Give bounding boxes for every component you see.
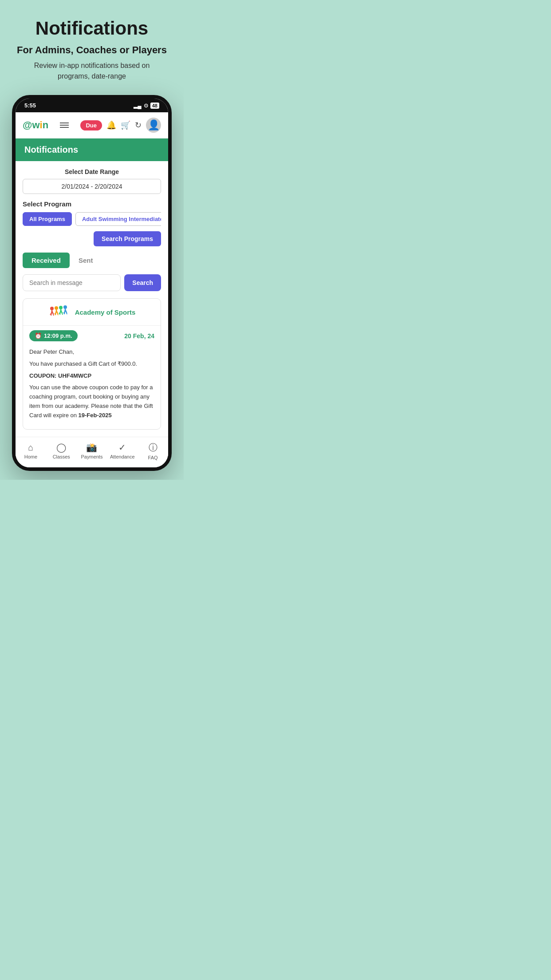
nav-payments[interactable]: 📸 Payments [79,442,105,459]
notifications-header: Notifications [16,138,168,161]
status-icons: ▂▄ ⊙ 48 [134,103,159,109]
notification-time: 12:09 p.m. [44,332,72,339]
coupon-code: COUPON: UHF4MWCP [29,371,154,381]
expiry-date: 19-Feb-2025 [79,412,112,419]
select-program-label: Select Program [23,200,161,208]
nav-payments-label: Payments [81,454,103,459]
page-subtitle: For Admins, Coaches or Players [17,44,167,56]
tab-received[interactable]: Received [23,253,70,268]
signal-icon: ▂▄ [134,103,142,109]
card-body: Dear Peter Chan, You have purchased a Gi… [23,346,161,429]
svg-point-10 [59,306,63,309]
svg-line-19 [65,311,67,312]
tab-sent[interactable]: Sent [70,253,102,268]
nav-faq[interactable]: ⓘ FAQ [140,442,166,460]
app-content: @win Due 🔔 🛒 ↻ 👤 [16,112,168,467]
nav-classes-label: Classes [53,454,70,459]
attendance-icon: ✓ [118,442,126,453]
date-range-input[interactable] [23,179,161,194]
card-message1: You have purchased a Gift Cart of ₹900.0… [29,360,154,369]
svg-point-0 [50,307,54,310]
svg-line-9 [56,312,58,313]
search-programs-button[interactable]: Search Programs [94,231,161,246]
home-icon: ⌂ [28,443,33,453]
card-header: Academy of Sports [23,299,161,326]
clock-icon: ⏰ [35,332,42,339]
nav-classes[interactable]: ◯ Classes [48,442,75,459]
card-message2: You can use the above coupon code to pay… [29,383,154,420]
status-bar: 5:55 ▂▄ ⊙ 48 [16,99,168,112]
refresh-icon[interactable]: ↻ [135,120,142,130]
faq-icon: ⓘ [149,442,157,454]
search-input[interactable] [23,274,121,291]
nav-home[interactable]: ⌂ Home [17,443,44,459]
header-actions: Due 🔔 🛒 ↻ 👤 [80,118,161,133]
svg-line-14 [61,312,63,313]
search-row: Search [23,274,161,291]
app-logo: @win [23,119,48,131]
cart-icon[interactable]: 🛒 [121,120,130,130]
org-logo-svg [48,304,71,320]
time-badge: ⏰ 12:09 p.m. [29,330,78,341]
bell-icon[interactable]: 🔔 [106,120,116,130]
notification-date: 20 Feb, 24 [124,332,154,340]
date-range-label: Select Date Range [23,168,161,175]
wifi-icon: ⊙ [144,103,148,109]
notification-card: Academy of Sports ⏰ 12:09 p.m. 20 Feb, 2… [23,298,161,430]
svg-point-5 [55,306,58,310]
card-meta: ⏰ 12:09 p.m. 20 Feb, 24 [23,326,161,346]
nav-home-label: Home [24,454,37,459]
search-button[interactable]: Search [124,274,161,291]
due-badge[interactable]: Due [80,120,102,130]
nav-attendance[interactable]: ✓ Attendance [109,442,136,459]
phone-mockup: 5:55 ▂▄ ⊙ 48 @win Due [12,95,172,471]
program-chips: All Programs Adult Swimming Intermediate… [23,212,161,226]
hamburger-menu[interactable] [60,121,69,129]
payments-icon: 📸 [86,442,97,453]
status-time: 5:55 [24,102,36,109]
search-programs-container: Search Programs [23,231,161,246]
nav-faq-label: FAQ [148,455,158,460]
org-logo [48,304,71,320]
svg-point-15 [63,305,67,309]
page-description: Review in-app notifications based on pro… [9,60,175,82]
classes-icon: ◯ [56,442,66,453]
org-name: Academy of Sports [75,308,136,316]
chip-adult-swimming[interactable]: Adult Swimming Intermediate [75,212,161,226]
bottom-nav: ⌂ Home ◯ Classes 📸 Payments ✓ Attendance… [16,437,168,467]
nav-attendance-label: Attendance [110,454,135,459]
avatar[interactable]: 👤 [146,118,161,133]
chip-all-programs[interactable]: All Programs [23,212,72,226]
message-tabs: Received Sent [23,253,161,268]
battery-indicator: 48 [150,103,159,109]
svg-line-4 [52,312,54,314]
page-title: Notifications [35,18,148,39]
notifications-body: Select Date Range Select Program All Pro… [16,161,168,437]
app-header: @win Due 🔔 🛒 ↻ 👤 [16,112,168,138]
card-greeting: Dear Peter Chan, [29,348,154,357]
